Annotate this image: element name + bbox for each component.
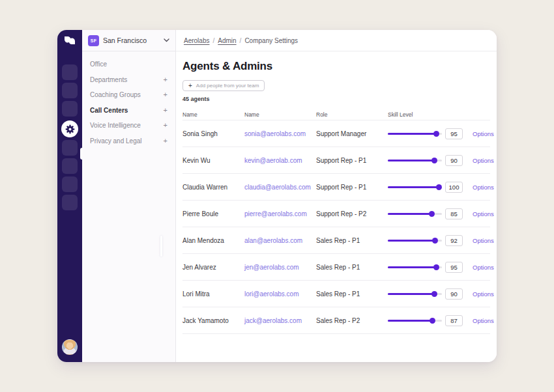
table-row: Sonia Singh sonia@aerolabs.com Support M… <box>182 120 490 147</box>
options-link[interactable]: Options <box>473 237 494 244</box>
sidebar-item-coaching-groups[interactable]: Coaching Groups + <box>82 87 175 103</box>
options-link[interactable]: Options <box>473 290 494 298</box>
rail-nav-icon-4[interactable] <box>62 140 78 156</box>
header-email: Name <box>244 111 316 118</box>
agent-role: Support Rep - P1 <box>316 157 388 164</box>
options-link[interactable]: Options <box>473 184 494 191</box>
table-row: Pierre Boule pierre@aerolabs.com Support… <box>182 201 490 227</box>
table-row: Jen Alvarez jen@aerolabs.com Sales Rep -… <box>182 254 490 281</box>
plus-icon: + <box>188 83 192 89</box>
slider-thumb[interactable] <box>430 318 435 324</box>
agent-email[interactable]: alan@aerolabs.com <box>244 237 316 244</box>
options-link[interactable]: Options <box>473 264 494 271</box>
skill-value-input[interactable]: 90 <box>445 155 463 166</box>
agent-name: Pierre Boule <box>182 210 244 217</box>
rail-nav-icon-2[interactable] <box>62 83 78 98</box>
slider-thumb[interactable] <box>431 291 437 297</box>
skill-value-input[interactable]: 87 <box>445 315 463 326</box>
skill-slider[interactable] <box>388 130 442 137</box>
user-avatar[interactable] <box>62 339 78 355</box>
add-people-label: Add people from your team <box>196 83 259 89</box>
agent-role: Support Manager <box>316 130 388 137</box>
agent-email[interactable]: sonia@aerolabs.com <box>244 130 316 137</box>
slider-thumb[interactable] <box>436 184 442 190</box>
agent-role: Sales Rep - P1 <box>316 290 388 298</box>
skill-value-input[interactable]: 95 <box>445 128 463 139</box>
sidebar-item-office[interactable]: Office <box>82 57 175 72</box>
table-header-row: Name Name Role Skill Level <box>182 109 490 120</box>
skill-value-input[interactable]: 85 <box>445 208 463 219</box>
skill-slider[interactable] <box>388 290 442 298</box>
table-row: Lori Mitra lori@aerolabs.com Sales Rep -… <box>182 281 490 307</box>
expand-plus-icon[interactable]: + <box>164 122 168 129</box>
options-link[interactable]: Options <box>473 210 494 217</box>
agent-name: Sonia Singh <box>182 130 244 137</box>
rail-nav-icon-7[interactable] <box>62 195 78 210</box>
agents-count: 45 agents <box>182 96 490 102</box>
slider-thumb[interactable] <box>433 131 439 137</box>
expand-plus-icon[interactable]: + <box>164 107 168 114</box>
slider-thumb[interactable] <box>431 158 437 163</box>
main-panel: Aerolabs / Admin / Company Settings Agen… <box>176 30 497 362</box>
agent-email[interactable]: claudia@aerolabs.com <box>244 184 316 191</box>
header-skill-level: Skill Level <box>388 111 445 118</box>
table-row: Alan Mendoza alan@aerolabs.com Sales Rep… <box>182 227 490 254</box>
agent-name: Jack Yamamoto <box>182 317 244 324</box>
slider-fill <box>388 213 431 215</box>
skill-value-input[interactable]: 92 <box>445 235 463 246</box>
sidebar-item-departments[interactable]: Departments + <box>82 72 175 88</box>
sidebar-item-privacy-and-legal[interactable]: Privacy and Legal + <box>82 133 175 149</box>
agent-role: Sales Rep - P2 <box>316 317 388 324</box>
skill-slider[interactable] <box>388 317 442 324</box>
skill-value-input[interactable]: 90 <box>445 288 463 300</box>
expand-plus-icon[interactable]: + <box>164 76 168 83</box>
sidebar-item-call-centers[interactable]: Call Centers + <box>82 103 175 119</box>
workspace-selector[interactable]: SF San Francisco <box>82 30 175 51</box>
table-row: Kevin Wu kevin@aerolab.com Support Rep -… <box>182 147 490 174</box>
sidebar-item-voice-intelligence[interactable]: Voice Intelligence + <box>82 118 175 133</box>
rail-nav-icon-3[interactable] <box>62 101 78 117</box>
skill-slider[interactable] <box>388 184 442 191</box>
expand-plus-icon[interactable]: + <box>164 91 168 98</box>
agent-role: Sales Rep - P1 <box>316 264 388 271</box>
slider-thumb[interactable] <box>433 264 439 270</box>
skill-slider[interactable] <box>388 157 442 164</box>
slider-thumb[interactable] <box>432 238 438 244</box>
slider-thumb[interactable] <box>429 211 435 217</box>
breadcrumb: Aerolabs / Admin / Company Settings <box>176 30 497 51</box>
rail-nav-icon-6[interactable] <box>62 176 78 192</box>
add-people-button[interactable]: + Add people from your team <box>182 80 265 91</box>
rail-nav-icon-5[interactable] <box>62 158 78 174</box>
agent-email[interactable]: kevin@aerolab.com <box>244 157 316 164</box>
header-name: Name <box>182 111 244 118</box>
settings-sidebar: SF San Francisco Office Departments + Co… <box>82 30 176 362</box>
rail-nav-icon-1[interactable] <box>62 64 78 80</box>
slider-fill <box>388 320 433 322</box>
agent-name: Claudia Warren <box>182 184 244 191</box>
sidebar-scrollbar-thumb[interactable] <box>160 236 162 257</box>
expand-plus-icon[interactable]: + <box>164 137 168 145</box>
settings-gear-icon[interactable] <box>61 120 78 137</box>
agent-email[interactable]: lori@aerolabs.com <box>244 290 316 298</box>
options-link[interactable]: Options <box>473 130 494 137</box>
skill-slider[interactable] <box>388 210 442 217</box>
options-link[interactable]: Options <box>473 317 494 324</box>
skill-slider[interactable] <box>388 237 442 244</box>
app-window: SF San Francisco Office Departments + Co… <box>57 30 497 362</box>
skill-value-input[interactable]: 100 <box>445 182 463 193</box>
skill-slider[interactable] <box>388 264 442 271</box>
agent-email[interactable]: jen@aerolabs.com <box>244 264 316 271</box>
agent-role: Support Rep - P1 <box>316 184 388 191</box>
breadcrumb-aerolabs[interactable]: Aerolabs <box>184 37 209 44</box>
breadcrumb-admin[interactable]: Admin <box>218 37 236 44</box>
agent-name: Kevin Wu <box>182 157 244 164</box>
options-link[interactable]: Options <box>473 157 494 164</box>
agent-email[interactable]: pierre@aerolabs.com <box>244 210 316 217</box>
agent-name: Alan Mendoza <box>182 237 244 244</box>
agent-name: Lori Mitra <box>182 290 244 298</box>
table-row: Jack Yamamoto jack@aerolabs.com Sales Re… <box>182 307 490 334</box>
header-role: Role <box>316 111 388 118</box>
skill-value-input[interactable]: 95 <box>445 262 463 273</box>
agent-email[interactable]: jack@aerolabs.com <box>244 317 316 324</box>
breadcrumb-current: Company Settings <box>244 37 298 44</box>
